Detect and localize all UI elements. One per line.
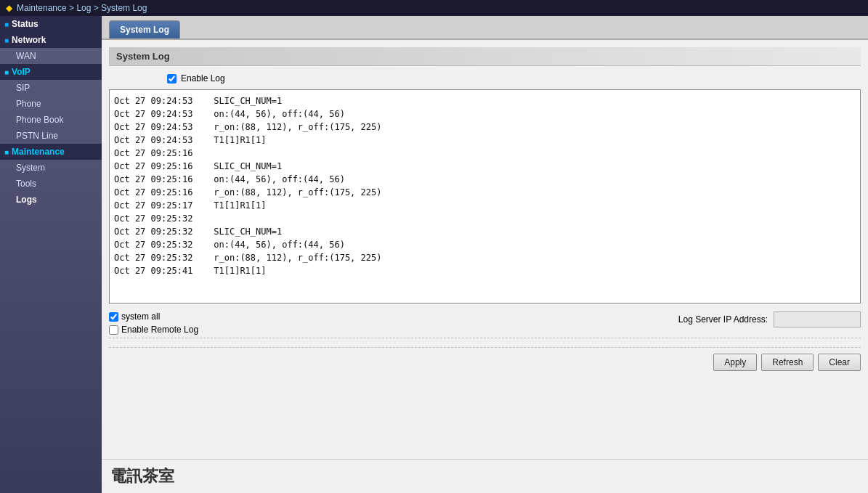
voip-bullet: ■ bbox=[4, 68, 9, 76]
tab-bar: System Log bbox=[102, 16, 868, 40]
tab-system-log-label: System Log bbox=[120, 25, 169, 35]
sidebar-item-sip[interactable]: SIP bbox=[0, 80, 102, 96]
topbar: ◆ Maintenance > Log > System Log bbox=[0, 0, 868, 16]
sidebar-section-status[interactable]: ■ Status bbox=[0, 16, 102, 32]
main-panel: System Log Enable Log system all bbox=[102, 40, 868, 459]
separator bbox=[109, 338, 861, 338]
apply-button[interactable]: Apply bbox=[713, 354, 757, 371]
enable-remote-log-label: Enable Remote Log bbox=[121, 325, 198, 335]
breadcrumb: Maintenance > Log > System Log bbox=[17, 3, 147, 13]
sidebar-section-status-label: Status bbox=[12, 19, 38, 29]
sidebar-item-tools-label: Tools bbox=[16, 179, 36, 189]
sidebar-section-network[interactable]: ■ Network bbox=[0, 32, 102, 48]
enable-remote-log-checkbox[interactable] bbox=[109, 325, 118, 335]
sidebar-item-system[interactable]: System bbox=[0, 160, 102, 176]
enable-log-checkbox[interactable] bbox=[167, 74, 177, 83]
sidebar-item-logs-label: Logs bbox=[16, 195, 37, 205]
panel-header: System Log bbox=[109, 47, 861, 66]
network-bullet: ■ bbox=[4, 36, 9, 44]
refresh-button[interactable]: Refresh bbox=[761, 354, 814, 371]
footer: 電訊茶室 bbox=[102, 459, 868, 493]
maintenance-bullet: ■ bbox=[4, 148, 9, 156]
sidebar-item-tools[interactable]: Tools bbox=[0, 176, 102, 192]
system-all-checkbox[interactable] bbox=[109, 312, 118, 322]
sidebar-section-maintenance-label: Maintenance bbox=[12, 147, 65, 157]
sidebar-item-phone-label: Phone bbox=[16, 99, 41, 109]
sidebar-section-voip-label: VoIP bbox=[12, 67, 31, 77]
panel-title: System Log bbox=[116, 51, 170, 62]
sidebar: ■ Status ■ Network WAN ■ VoIP SIP Phone … bbox=[0, 16, 102, 493]
sidebar-item-wan-label: WAN bbox=[16, 51, 36, 61]
content-area: System Log System Log Enable Log system … bbox=[102, 16, 868, 493]
tab-system-log[interactable]: System Log bbox=[109, 20, 180, 38]
enable-log-row: Enable Log bbox=[109, 73, 861, 83]
footer-text: 電訊茶室 bbox=[110, 467, 174, 485]
sidebar-item-phonebook[interactable]: Phone Book bbox=[0, 112, 102, 128]
log-server-area: Log Server IP Address: bbox=[678, 311, 861, 327]
enable-remote-log-row: Enable Remote Log bbox=[109, 325, 198, 335]
sidebar-item-phonebook-label: Phone Book bbox=[16, 115, 63, 125]
log-server-ip-input[interactable] bbox=[774, 311, 861, 327]
sidebar-section-maintenance[interactable]: ■ Maintenance bbox=[0, 144, 102, 160]
system-all-row: system all bbox=[109, 311, 198, 322]
topbar-icon: ◆ bbox=[6, 3, 12, 13]
system-all-label: system all bbox=[121, 311, 160, 322]
sidebar-section-network-label: Network bbox=[12, 35, 46, 45]
sidebar-item-logs[interactable]: Logs bbox=[0, 192, 102, 208]
log-server-ip-label: Log Server IP Address: bbox=[678, 314, 768, 325]
sidebar-item-pstnline[interactable]: PSTN Line bbox=[0, 128, 102, 144]
buttons-row: Apply Refresh Clear bbox=[109, 347, 861, 371]
sidebar-section-voip[interactable]: ■ VoIP bbox=[0, 64, 102, 80]
log-textarea[interactable] bbox=[109, 89, 861, 303]
sidebar-item-sip-label: SIP bbox=[16, 83, 30, 93]
sidebar-item-system-label: System bbox=[16, 163, 45, 173]
sidebar-item-pstnline-label: PSTN Line bbox=[16, 131, 58, 141]
enable-log-label[interactable]: Enable Log bbox=[181, 73, 225, 83]
status-bullet: ■ bbox=[4, 20, 9, 28]
sidebar-item-wan[interactable]: WAN bbox=[0, 48, 102, 64]
clear-button[interactable]: Clear bbox=[818, 354, 861, 371]
checkboxes-area: system all Enable Remote Log bbox=[109, 311, 198, 335]
sidebar-item-phone[interactable]: Phone bbox=[0, 96, 102, 112]
